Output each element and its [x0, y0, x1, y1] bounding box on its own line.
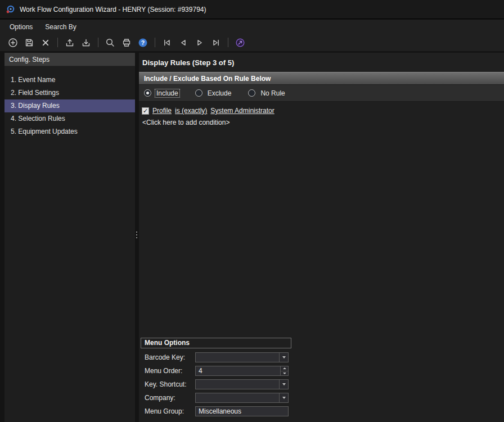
barcode-key-combo[interactable]	[195, 352, 289, 362]
key-shortcut-input[interactable]	[196, 380, 288, 389]
toolbar-separator	[228, 38, 228, 47]
help-button[interactable]: ?	[136, 35, 150, 50]
delete-button[interactable]	[38, 35, 53, 50]
menu-options[interactable]: Options	[3, 21, 39, 33]
sidebar-items: 1. Event Name 2. Field Settings 3. Displ…	[4, 66, 135, 138]
field-row-company: Company:	[141, 393, 291, 403]
field-row-key-shortcut: Key. Shortcut:	[141, 379, 291, 389]
toolbar-separator	[98, 38, 98, 47]
spin-down-button[interactable]	[281, 371, 288, 376]
previous-record-icon	[178, 38, 188, 48]
company-input[interactable]	[196, 393, 288, 402]
field-row-barcode-key: Barcode Key:	[141, 352, 291, 362]
barcode-key-input[interactable]	[196, 353, 288, 362]
menu-options-header: Menu Options	[141, 338, 291, 348]
company-combo[interactable]	[195, 393, 289, 403]
spin-up-button[interactable]	[281, 366, 288, 371]
sidebar-item-event-name[interactable]: 1. Event Name	[4, 74, 135, 87]
radio-exclude[interactable]: Exclude	[195, 89, 233, 97]
print-button[interactable]	[119, 35, 134, 50]
main-panel: Display Rules (Step 3 of 5) Include / Ex…	[139, 53, 504, 422]
toolbar: ?	[0, 34, 504, 51]
import-button[interactable]	[79, 35, 93, 50]
add-icon	[8, 38, 18, 48]
search-icon	[105, 38, 115, 48]
previous-record-button[interactable]	[176, 35, 191, 50]
save-button[interactable]	[22, 35, 37, 50]
first-record-button[interactable]	[160, 35, 174, 50]
chevron-down-icon	[283, 373, 286, 374]
sidebar-item-field-settings[interactable]: 2. Field Settings	[4, 87, 135, 99]
menu-group-label: Menu Group:	[141, 407, 195, 415]
help-icon: ?	[138, 38, 148, 48]
first-record-icon	[162, 38, 172, 48]
delete-icon	[40, 38, 51, 48]
save-icon	[24, 38, 34, 48]
window-title: Work Flow Configuration Wizard - HENRY (…	[20, 6, 206, 13]
sidebar-header: Config. Steps	[4, 53, 135, 66]
import-icon	[81, 38, 91, 48]
menubar: Options Search By	[0, 20, 504, 34]
sidebar-item-display-rules[interactable]: 3. Display Rules	[4, 99, 135, 112]
radio-include[interactable]: Include	[144, 89, 179, 97]
navigate-icon	[235, 38, 245, 48]
search-button[interactable]	[103, 35, 118, 50]
radio-include-label: Include	[155, 89, 179, 97]
company-label: Company:	[141, 394, 195, 402]
barcode-key-label: Barcode Key:	[141, 353, 195, 361]
condition-checkbox[interactable]: ✓	[142, 107, 149, 115]
condition-operator-link[interactable]: is (exactly)	[175, 107, 207, 115]
toolbar-separator	[57, 38, 58, 47]
print-icon	[122, 38, 132, 48]
menu-options-rows: Barcode Key: Menu Order:	[141, 352, 291, 416]
menu-group-field[interactable]	[195, 406, 289, 416]
radio-no-rule[interactable]: No Rule	[248, 89, 286, 97]
condition-field-link[interactable]: Profile	[152, 107, 172, 115]
radio-include-circle-icon	[144, 89, 151, 97]
field-row-menu-order: Menu Order:	[141, 366, 291, 376]
last-record-icon	[211, 38, 221, 48]
navigate-button[interactable]	[233, 35, 248, 50]
add-button[interactable]	[6, 35, 20, 50]
menu-group-input[interactable]	[196, 407, 288, 416]
config-steps-panel: Config. Steps 1. Event Name 2. Field Set…	[4, 53, 135, 422]
sidebar-item-selection-rules[interactable]: 4. Selection Rules	[4, 112, 135, 125]
key-shortcut-label: Key. Shortcut:	[141, 380, 195, 388]
key-shortcut-dropdown-button[interactable]	[279, 380, 288, 389]
radio-exclude-label: Exclude	[206, 89, 233, 97]
rule-section-header: Include / Exclude Based On Rule Below	[139, 72, 504, 84]
company-dropdown-button[interactable]	[279, 393, 288, 402]
next-record-icon	[195, 38, 205, 48]
check-icon: ✓	[143, 108, 148, 114]
page-title: Display Rules (Step 3 of 5)	[142, 58, 234, 67]
field-row-menu-group: Menu Group:	[141, 406, 291, 416]
next-record-button[interactable]	[192, 35, 207, 50]
menu-search-by[interactable]: Search By	[39, 21, 82, 33]
export-icon	[65, 38, 75, 48]
menu-order-spinner[interactable]	[195, 366, 289, 376]
rule-mode-radio-group: Include Exclude No Rule	[139, 85, 504, 102]
panel-splitter[interactable]	[135, 53, 139, 422]
radio-no-rule-label: No Rule	[259, 89, 286, 97]
condition-row: ✓ Profile is (exactly) System Administra…	[139, 102, 504, 115]
export-button[interactable]	[62, 35, 77, 50]
app-icon	[6, 5, 15, 14]
menu-order-label: Menu Order:	[141, 367, 195, 375]
radio-no-rule-circle-icon	[248, 89, 255, 97]
key-shortcut-combo[interactable]	[195, 379, 289, 389]
chevron-down-icon	[282, 383, 286, 385]
menu-order-spin-buttons	[280, 366, 288, 375]
titlebar: Work Flow Configuration Wizard - HENRY (…	[0, 0, 504, 19]
app-window: Work Flow Configuration Wizard - HENRY (…	[0, 0, 504, 422]
barcode-key-dropdown-button[interactable]	[279, 353, 288, 362]
menu-order-input[interactable]	[196, 366, 288, 375]
last-record-button[interactable]	[209, 35, 223, 50]
add-condition-link[interactable]: <Click here to add condition>	[139, 115, 504, 126]
svg-text:?: ?	[141, 39, 145, 46]
menu-options-group: Menu Options Barcode Key: Menu Order:	[141, 338, 291, 416]
chevron-down-icon	[282, 356, 286, 359]
splitter-grip-icon	[136, 232, 137, 238]
toolbar-separator	[155, 38, 155, 47]
sidebar-item-equipment-updates[interactable]: 5. Equipment Updates	[4, 125, 135, 138]
condition-value-link[interactable]: System Administrator	[210, 107, 274, 115]
